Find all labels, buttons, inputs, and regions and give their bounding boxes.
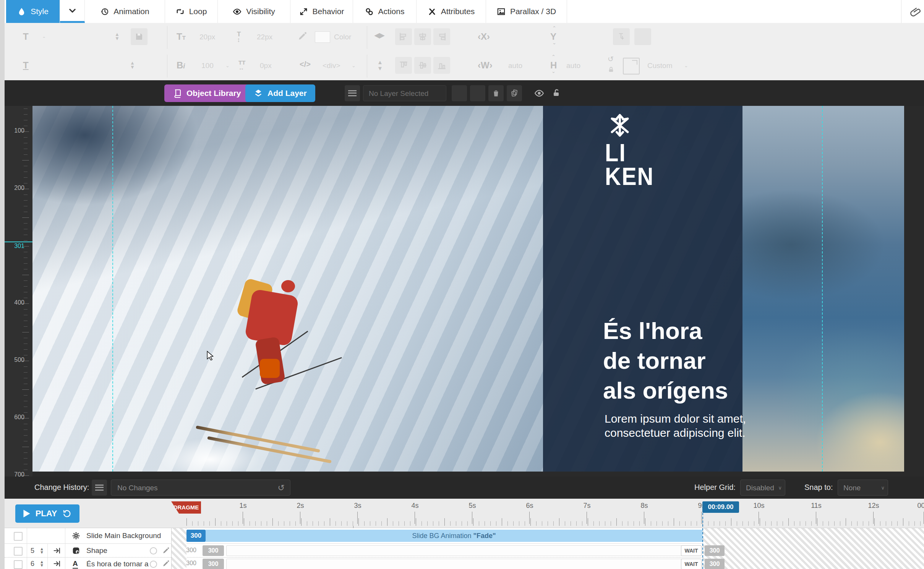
bg-animation-bar[interactable]: Slide BG Animation "Fade": [206, 530, 702, 542]
dragme-marker[interactable]: DRAGME: [171, 501, 201, 514]
row-checkbox[interactable]: [14, 560, 23, 569]
letter-spacing-field[interactable]: 0px: [260, 59, 290, 72]
row-name[interactable]: És hora de tornar a: [86, 560, 149, 568]
font-family-stepper[interactable]: ▲▼: [115, 32, 120, 41]
text-style-select[interactable]: [43, 59, 119, 72]
width-field[interactable]: auto: [508, 59, 543, 72]
align-right-button[interactable]: [433, 28, 450, 45]
h-stepper-down[interactable]: ⌄: [551, 69, 556, 73]
bg-start-chip[interactable]: 300: [186, 530, 206, 542]
empty-style-button[interactable]: [634, 28, 651, 45]
layers-icon: [254, 89, 263, 98]
row-checkbox[interactable]: [14, 547, 23, 556]
text-flow-button[interactable]: [613, 28, 630, 45]
layer-select-input[interactable]: No Layer Selected: [363, 85, 446, 101]
row-checkbox[interactable]: [14, 532, 23, 541]
tab-actions[interactable]: Actions: [353, 0, 417, 23]
column-divider: [65, 558, 65, 569]
font-weight-select[interactable]: 100: [201, 59, 224, 72]
slide-canvas[interactable]: LI KEN És l'hora de tornar als orígens L…: [32, 106, 904, 472]
h-stepper-up[interactable]: ⌃: [551, 55, 556, 59]
valign-middle-button[interactable]: [414, 57, 431, 74]
history-field[interactable]: No Changes ↺: [111, 480, 290, 496]
row-name[interactable]: Slide Main Background: [86, 532, 161, 540]
helper-grid-select[interactable]: Disabled: [740, 480, 785, 496]
slide-headline[interactable]: És l'hora de tornar als orígens: [603, 316, 728, 405]
layer-track-bar[interactable]: [226, 559, 686, 569]
y-stepper-down[interactable]: ⌄: [552, 41, 556, 45]
line-height-field[interactable]: 22px: [257, 31, 291, 44]
snap-to-select[interactable]: None: [838, 480, 888, 496]
y-position-field[interactable]: [566, 31, 605, 44]
time-ruler[interactable]: [171, 513, 924, 526]
unlock-icon[interactable]: [552, 88, 561, 98]
tab-visibility[interactable]: Visibility: [218, 0, 290, 23]
font-size-field[interactable]: 20px: [199, 31, 234, 44]
undo-size-icon[interactable]: ↺: [608, 55, 614, 63]
delete-layer-button[interactable]: [488, 85, 504, 101]
play-button[interactable]: PLAY: [15, 504, 79, 523]
column-divider: [47, 544, 48, 557]
tab-overflow-chevron[interactable]: [60, 0, 85, 23]
jump-to-icon[interactable]: [53, 559, 61, 568]
tag-select[interactable]: <div>: [323, 59, 353, 72]
align-center-button[interactable]: [414, 28, 431, 45]
layer-track-bar[interactable]: [226, 545, 686, 556]
row-order-stepper[interactable]: ▲▼: [40, 560, 44, 567]
edit-pencil-icon[interactable]: [162, 560, 170, 567]
row-radio[interactable]: [150, 547, 157, 554]
wait-chip[interactable]: WAIT: [681, 545, 702, 556]
row-name[interactable]: Shape: [86, 546, 107, 555]
paperclip-icon[interactable]: [908, 5, 922, 19]
tab-loop[interactable]: Loop: [165, 0, 218, 23]
tick-label: 1s: [232, 502, 255, 510]
gear-icon[interactable]: [72, 532, 80, 540]
object-library-button[interactable]: Object Library: [164, 84, 249, 102]
tab-behavior[interactable]: Behavior: [290, 0, 353, 23]
tab-parallax-label: Parallax / 3D: [510, 7, 556, 16]
x-position-field[interactable]: [505, 31, 543, 44]
valign-stepper[interactable]: ▲▼: [377, 59, 383, 71]
slide-bodytext[interactable]: Lorem ipsum dolor sit amet, consectetuer…: [605, 412, 746, 440]
font-family-select[interactable]: -: [43, 31, 110, 44]
duplicate-layer-button[interactable]: [507, 85, 522, 101]
layer-tool-button-2[interactable]: [470, 85, 485, 101]
layer-tool-button-1[interactable]: [452, 85, 467, 101]
valign-bottom-button[interactable]: [433, 57, 450, 74]
size-preset-select[interactable]: Custom: [647, 59, 686, 72]
jump-to-icon[interactable]: [53, 546, 61, 555]
history-restore-icon[interactable]: ↺: [278, 480, 285, 496]
pencil-icon[interactable]: [297, 31, 307, 41]
tab-parallax-3d[interactable]: Parallax / 3D: [486, 0, 567, 23]
edit-pencil-icon[interactable]: [162, 547, 170, 554]
save-font-button[interactable]: [131, 28, 148, 45]
duration-chip[interactable]: 300: [203, 559, 224, 569]
guide-line-left: [112, 106, 113, 472]
history-list-button[interactable]: [92, 480, 107, 496]
align-left-button[interactable]: [395, 28, 412, 45]
code-icon[interactable]: </>: [300, 60, 311, 69]
visibility-toggle-icon[interactable]: [534, 88, 544, 98]
layer-list-button[interactable]: [345, 85, 360, 101]
duration-chip-end[interactable]: 300: [705, 559, 725, 569]
object-library-label: Object Library: [186, 89, 241, 98]
add-layer-button[interactable]: Add Layer: [245, 84, 315, 102]
y-stepper-up[interactable]: ⌃: [552, 26, 556, 30]
wait-chip[interactable]: WAIT: [681, 559, 702, 569]
text-style-stepper[interactable]: ▲▼: [130, 61, 135, 69]
tab-style[interactable]: Style: [6, 0, 60, 23]
row-radio[interactable]: [150, 561, 157, 568]
duration-chip[interactable]: 300: [203, 545, 224, 556]
liken-logo[interactable]: LI KEN: [605, 113, 654, 187]
color-swatch[interactable]: [315, 31, 330, 43]
tick-label: 8s: [633, 502, 656, 510]
playhead-line[interactable]: [702, 513, 703, 569]
lock-icon[interactable]: [608, 66, 614, 73]
tab-attributes[interactable]: Attributes: [417, 0, 486, 23]
playhead-time-badge[interactable]: 00:09.00: [702, 501, 739, 513]
tab-animation[interactable]: Animation: [85, 0, 165, 23]
duration-chip-end[interactable]: 300: [705, 545, 725, 556]
row-order-stepper[interactable]: ▲▼: [40, 547, 44, 554]
valign-top-button[interactable]: [395, 57, 412, 74]
height-field[interactable]: auto: [566, 59, 601, 72]
